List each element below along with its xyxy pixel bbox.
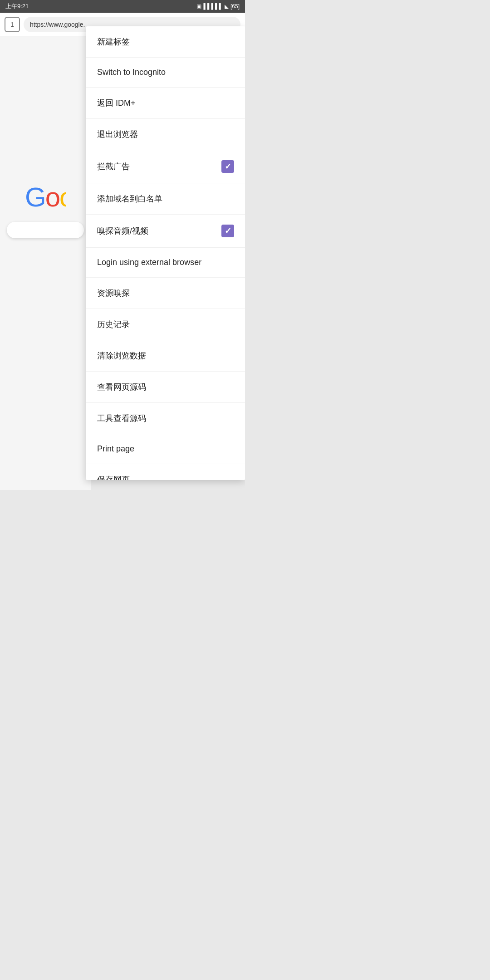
menu-label-save-page: 保存网页 <box>97 474 234 480</box>
menu-label-exit-browser: 退出浏览器 <box>97 129 234 140</box>
menu-label-incognito: Switch to Incognito <box>97 68 234 77</box>
menu-item-block-ads[interactable]: 拦截广告 <box>86 150 245 183</box>
signal-icon: ▌▌▌▌▌ <box>203 3 223 10</box>
tablet-icon: ▣ <box>196 3 201 10</box>
menu-label-clear-data: 清除浏览数据 <box>97 350 234 361</box>
menu-item-return-idm[interactable]: 返回 IDM+ <box>86 88 245 119</box>
battery-icon: [65] <box>230 3 240 10</box>
status-time: 上午9:21 <box>5 2 29 10</box>
google-g: G <box>25 182 45 212</box>
menu-item-whitelist[interactable]: 添加域名到白名单 <box>86 183 245 215</box>
search-box[interactable] <box>7 222 84 238</box>
menu-item-print[interactable]: Print page <box>86 434 245 464</box>
menu-item-view-source[interactable]: 查看网页源码 <box>86 372 245 403</box>
status-icons: ▣ ▌▌▌▌▌ ◣ [65] <box>196 3 240 10</box>
menu-label-sniff-media: 嗅探音频/视频 <box>97 225 221 236</box>
url-text: https://www.google. <box>30 21 85 28</box>
menu-item-resource-sniff[interactable]: 资源嗅探 <box>86 278 245 309</box>
menu-item-history[interactable]: 历史记录 <box>86 309 245 340</box>
wifi-icon: ◣ <box>225 3 229 10</box>
menu-item-incognito[interactable]: Switch to Incognito <box>86 58 245 88</box>
menu-label-new-tab: 新建标签 <box>97 36 234 47</box>
menu-item-login-external[interactable]: Login using external browser <box>86 248 245 278</box>
menu-label-login-external: Login using external browser <box>97 258 234 267</box>
menu-label-block-ads: 拦截广告 <box>97 161 221 172</box>
google-o2: o <box>59 182 66 212</box>
menu-label-print: Print page <box>97 444 234 454</box>
checkbox-block-ads <box>221 160 234 173</box>
menu-item-sniff-media[interactable]: 嗅探音频/视频 <box>86 215 245 248</box>
menu-item-exit-browser[interactable]: 退出浏览器 <box>86 119 245 150</box>
menu-label-devtools: 工具查看源码 <box>97 413 234 424</box>
menu-item-clear-data[interactable]: 清除浏览数据 <box>86 340 245 372</box>
menu-label-view-source: 查看网页源码 <box>97 382 234 392</box>
checkbox-sniff-media <box>221 225 234 237</box>
google-o1: o <box>45 182 59 212</box>
menu-label-history: 历史记录 <box>97 319 234 330</box>
google-logo: Goo <box>25 181 66 213</box>
dropdown-menu: 新建标签Switch to Incognito返回 IDM+退出浏览器拦截广告添… <box>86 26 245 480</box>
menu-label-return-idm: 返回 IDM+ <box>97 98 234 108</box>
tab-count[interactable]: 1 <box>5 17 20 32</box>
menu-item-new-tab[interactable]: 新建标签 <box>86 26 245 58</box>
menu-item-save-page[interactable]: 保存网页 <box>86 464 245 480</box>
menu-label-whitelist: 添加域名到白名单 <box>97 193 234 204</box>
menu-item-devtools[interactable]: 工具查看源码 <box>86 403 245 434</box>
menu-label-resource-sniff: 资源嗅探 <box>97 288 234 299</box>
status-bar: 上午9:21 ▣ ▌▌▌▌▌ ◣ [65] <box>0 0 245 13</box>
browser-content: Goo <box>0 36 91 490</box>
